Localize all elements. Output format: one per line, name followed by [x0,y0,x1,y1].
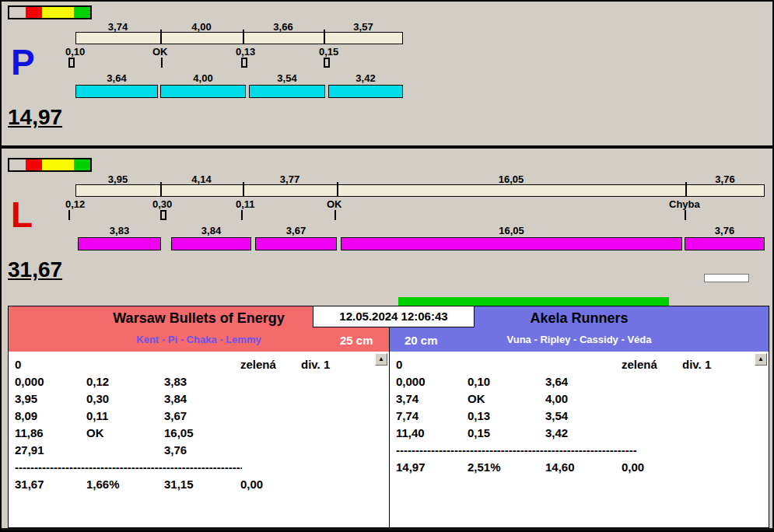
table-separator: ----------------------------------------… [396,443,662,460]
table-cell: 14,60 [545,460,622,478]
table-cell [301,375,389,392]
table-row: 8,090,113,67 [15,409,389,426]
scroll-up-button[interactable]: ▲ [755,353,767,366]
split-label: OK [327,198,342,210]
team-members: Vuna - Ripley - Cassidy - Véda [390,334,769,345]
time-bar-segment [685,237,765,250]
table-cell: 0,000 [396,375,468,392]
bar-divider [160,30,162,44]
table-cell [622,426,682,443]
table-cell [468,358,545,375]
table-cell: 4,00 [545,392,622,409]
time-bar-segment [160,85,246,98]
table-cell: 11,86 [15,426,86,443]
table-row: 0,0000,103,64 [396,375,769,392]
gate-tick [160,210,166,220]
segment-time-label: 16,05 [480,173,542,185]
table-cell [622,409,682,426]
split-label: Chyba [669,198,700,210]
table-cell: 27,91 [15,443,86,460]
gate-tick [241,58,247,68]
split-time-bar [75,184,765,197]
table-cell: 8,09 [15,409,86,426]
team-results-table-right[interactable]: 0zelenádiv. 10,0000,103,643,74OK4,007,74… [390,352,769,527]
segment-time-label: 3,74 [87,21,149,33]
table-row: 11,86OK16,05 [15,426,389,443]
time-bar-segment [78,237,161,250]
segment-time-label: 3,57 [332,21,394,33]
table-cell: 0,30 [86,392,164,409]
lane-panel-L: L 31,67 3,954,143,7716,053,760,120,300,1… [2,156,772,295]
split-label: 0,30 [152,198,172,210]
time-bar-segment [255,237,337,250]
scroll-up-button[interactable]: ▲ [375,353,387,366]
table-cell [622,375,682,392]
segment-time-label: 3,77 [259,173,321,185]
table-separator: ----------------------------------------… [15,460,242,478]
table-row: 31,671,66%31,150,00 [15,478,389,495]
table-cell: 1,66% [86,478,164,495]
table-cell: 14,97 [396,460,468,478]
table-cell: 2,51% [468,460,545,478]
table-cell: 3,83 [164,375,240,392]
table-cell [240,392,301,409]
gate-tick [324,58,330,68]
table-row: 3,74OK4,00 [396,392,769,409]
split-label: 0,13 [236,46,255,58]
lane-timeline-P: 3,744,003,663,570,10OK0,130,153,644,003,… [2,4,772,144]
time-bar-segment [341,237,682,250]
table-cell [240,443,301,460]
arrow-up-icon: ▲ [758,355,764,362]
table-cell [301,392,389,409]
lane-panel-P: P 14,97 3,744,003,663,570,10OK0,130,153,… [2,4,772,144]
split-label: 0,12 [65,198,85,210]
time-bar-segment [328,85,403,98]
table-row: 0zelenádiv. 1 [396,358,769,375]
table-cell: 11,40 [396,426,468,443]
table-row: 14,972,51%14,600,00 [396,460,769,478]
lane-timeline-L: 3,954,143,7716,053,760,120,300,11OKChyba… [2,156,772,295]
segment-time-label: 3,66 [252,21,314,33]
table-cell [164,358,240,375]
table-cell: 0,10 [468,375,545,392]
table-cell: 3,67 [164,409,240,426]
segment-time-label: 4,00 [170,21,233,33]
table-row: 11,400,153,42 [396,426,769,443]
table-cell: 3,76 [164,443,240,460]
table-cell: 0 [396,358,468,375]
table-cell [301,426,389,443]
table-row: 7,740,133,54 [396,409,769,426]
table-cell [240,375,301,392]
table-cell [240,409,301,426]
arrow-up-icon: ▲ [378,355,384,362]
table-cell: 3,64 [545,375,622,392]
team-panel-right: Akela Runners Vuna - Ripley - Cassidy - … [389,306,769,527]
table-cell [682,409,769,426]
table-cell [682,426,769,443]
datetime-display: 12.05.2024 12:06:43 [313,306,475,327]
table-cell [301,409,389,426]
table-cell [682,375,769,392]
bar-divider [160,182,162,197]
lane-divider [2,145,772,149]
table-row: 3,950,303,84 [15,392,389,409]
segment-time-label: 3,67 [265,225,327,236]
segment-time-label: 16,05 [481,225,543,236]
bar-divider [243,30,244,44]
table-cell [86,443,164,460]
table-cell: 0,000 [15,375,86,392]
segment-time-label: 3,83 [89,225,151,236]
team-results-table-left[interactable]: 0zelenádiv. 10,0000,123,833,950,303,848,… [9,352,389,527]
window-bottom-edge [2,528,772,532]
time-bar-segment [171,237,251,250]
time-bar-segment [249,85,325,98]
table-cell [301,443,389,460]
table-cell: 3,95 [15,392,86,409]
split-label: 0,10 [65,46,85,58]
small-indicator-box [704,274,749,282]
table-cell: 31,67 [15,478,86,495]
split-label: 0,11 [236,198,255,210]
table-cell: 3,54 [545,409,622,426]
gate-tick [334,210,336,220]
table-cell: 0,12 [86,375,164,392]
